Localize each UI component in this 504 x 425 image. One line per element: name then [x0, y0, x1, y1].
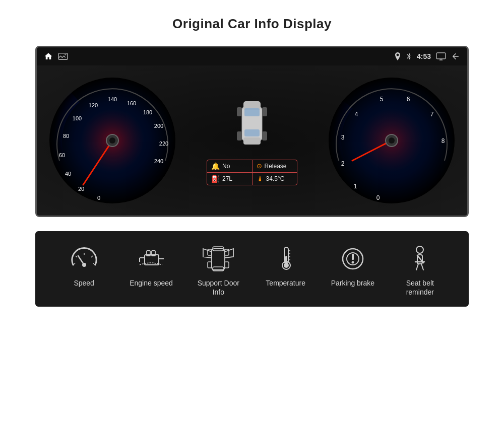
screen-icon[interactable] — [436, 52, 446, 60]
temp-value: 34.5°C — [266, 175, 285, 182]
svg-rect-31 — [237, 107, 242, 116]
svg-text:240: 240 — [154, 158, 163, 164]
svg-point-25 — [109, 137, 115, 144]
svg-point-81 — [351, 261, 354, 263]
page-container: Original Car Info Display — [0, 0, 504, 425]
parking-cell: ⊙ Release — [253, 160, 297, 172]
svg-text:3: 3 — [341, 134, 345, 141]
image-edit-icon — [58, 52, 68, 60]
seatbelt-feature-icon — [402, 243, 437, 273]
feature-seatbelt: Seat belt reminder — [392, 243, 448, 297]
door-feature-icon — [201, 243, 236, 273]
svg-rect-57 — [145, 255, 159, 265]
engine-feature-icon — [134, 243, 169, 273]
feature-temperature: Temperature — [258, 243, 313, 288]
svg-text:200: 200 — [154, 123, 163, 129]
fuel-temp-row: ⛽ 27L 🌡 34.5°C — [207, 173, 297, 185]
engine-label: Engine speed — [130, 278, 173, 288]
svg-rect-71 — [285, 256, 287, 264]
seatbelt-value: No — [222, 163, 230, 170]
location-icon — [395, 52, 401, 60]
status-right: 4:53 — [395, 52, 460, 61]
svg-point-82 — [416, 246, 423, 253]
seatbelt-label: Seat belt reminder — [392, 278, 448, 297]
dashboard-screen: 4:53 — [35, 46, 469, 217]
speed-label: Speed — [74, 278, 94, 288]
svg-line-84 — [416, 264, 418, 270]
svg-text:0: 0 — [376, 194, 380, 201]
svg-rect-28 — [243, 137, 261, 145]
brake-feature-icon — [335, 243, 370, 273]
svg-rect-4 — [436, 53, 446, 59]
svg-text:120: 120 — [89, 102, 98, 108]
svg-rect-30 — [244, 129, 260, 136]
car-top-view-icon — [234, 96, 270, 152]
svg-text:2: 2 — [341, 160, 345, 167]
svg-text:0: 0 — [97, 195, 100, 201]
svg-point-73 — [284, 263, 289, 268]
temperature-label: Temperature — [266, 278, 305, 288]
speedometer-gauge: 0 20 40 60 80 100 120 140 160 — [47, 75, 178, 206]
svg-text:220: 220 — [159, 140, 168, 147]
seatbelt-cell: 🔔 No — [207, 160, 253, 172]
feature-speed: Speed — [56, 243, 112, 288]
svg-text:1: 1 — [354, 183, 357, 190]
rpm-gauge: 0 1 2 3 4 5 6 7 8 — [326, 75, 457, 206]
svg-rect-68 — [208, 262, 212, 268]
svg-text:140: 140 — [108, 96, 117, 102]
svg-text:4: 4 — [355, 111, 358, 118]
speed-feature-icon — [67, 243, 102, 273]
page-title: Original Car Info Display — [172, 16, 332, 32]
svg-line-51 — [76, 256, 77, 257]
home-icon[interactable] — [44, 52, 53, 61]
center-panel: 🔔 No ⊙ Release ⛽ 27L — [202, 96, 302, 185]
feature-engine: Engine speed — [123, 243, 179, 288]
feature-door: Support Door Info — [191, 243, 246, 297]
svg-text:40: 40 — [65, 171, 71, 177]
seatbelt-row: 🔔 No ⊙ Release — [207, 160, 297, 173]
svg-text:7: 7 — [430, 111, 434, 118]
svg-line-85 — [421, 264, 423, 270]
feature-parking-brake: Parking brake — [325, 243, 381, 288]
svg-rect-80 — [352, 254, 354, 260]
info-grid: 🔔 No ⊙ Release ⛽ 27L — [207, 160, 297, 185]
svg-rect-33 — [237, 131, 242, 140]
svg-rect-32 — [262, 107, 267, 116]
parking-brake-label: Parking brake — [331, 278, 374, 288]
svg-text:80: 80 — [63, 133, 69, 139]
svg-text:180: 180 — [143, 109, 152, 115]
svg-rect-69 — [225, 262, 229, 268]
temp-cell: 🌡 34.5°C — [253, 173, 297, 185]
svg-rect-29 — [244, 108, 260, 116]
svg-rect-34 — [262, 131, 267, 140]
door-label: Support Door Info — [191, 278, 246, 297]
features-bar: Speed Engine s — [35, 231, 469, 307]
svg-point-49 — [389, 137, 395, 144]
svg-text:20: 20 — [78, 186, 84, 192]
fuel-cell: ⛽ 27L — [207, 173, 253, 185]
svg-text:100: 100 — [73, 115, 82, 121]
svg-text:8: 8 — [442, 137, 445, 145]
svg-point-56 — [82, 263, 86, 267]
svg-text:5: 5 — [380, 96, 384, 103]
svg-line-53 — [91, 256, 93, 257]
status-left — [44, 52, 68, 61]
svg-text:60: 60 — [59, 152, 65, 158]
fuel-value: 27L — [222, 175, 232, 182]
svg-text:160: 160 — [127, 100, 136, 106]
svg-text:6: 6 — [407, 96, 410, 103]
time-display: 4:53 — [417, 52, 431, 60]
status-bar: 4:53 — [37, 47, 467, 65]
gauges-area: 0 20 40 60 80 100 120 140 160 — [37, 65, 467, 216]
bluetooth-icon — [406, 52, 412, 60]
parking-value: Release — [265, 163, 287, 170]
back-icon[interactable] — [451, 52, 460, 61]
thermometer-feature-icon — [268, 243, 303, 273]
